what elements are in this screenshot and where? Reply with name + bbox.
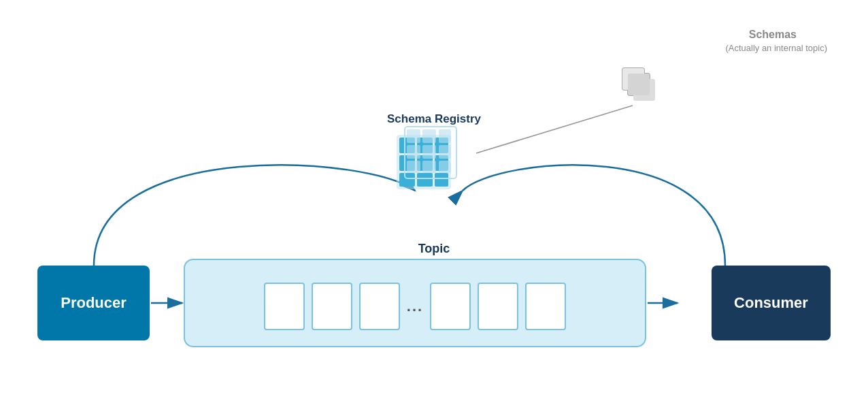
svg-line-4 <box>476 106 633 153</box>
svg-rect-8 <box>435 138 448 153</box>
svg-rect-11 <box>435 155 448 171</box>
svg-rect-29 <box>628 74 650 95</box>
svg-rect-23 <box>422 161 436 173</box>
svg-rect-13 <box>417 173 433 187</box>
svg-rect-7 <box>417 138 433 153</box>
svg-rect-25 <box>622 68 644 90</box>
schemas-title: Schemas <box>749 29 797 41</box>
svg-rect-18 <box>439 129 451 143</box>
svg-rect-21 <box>439 145 451 159</box>
svg-rect-16 <box>407 129 420 143</box>
consumer-box: Consumer <box>712 266 831 340</box>
topic-cells: ... <box>264 283 566 330</box>
svg-rect-6 <box>399 138 415 153</box>
svg-rect-26 <box>628 74 650 95</box>
svg-rect-24 <box>439 161 451 173</box>
consumer-label: Consumer <box>734 294 808 312</box>
svg-rect-15 <box>405 127 456 178</box>
topic-cell-6 <box>525 283 566 330</box>
schema-registry-text: Schema Registry <box>387 112 481 125</box>
topic-cell-5 <box>478 283 518 330</box>
svg-rect-17 <box>422 129 436 143</box>
svg-rect-5 <box>397 135 451 189</box>
svg-rect-10 <box>417 155 433 171</box>
topic-container: ... <box>184 259 646 347</box>
producer-box: Producer <box>37 266 150 340</box>
svg-rect-28 <box>622 68 644 90</box>
svg-rect-27 <box>633 79 655 101</box>
schema-registry-label: Schema Registry <box>387 112 481 126</box>
topic-cell-2 <box>312 283 352 330</box>
topic-dots: ... <box>407 298 423 315</box>
diagram-container: Schema Registry Schemas (Actually an int… <box>0 0 868 399</box>
topic-cell-1 <box>264 283 305 330</box>
svg-rect-19 <box>407 145 420 159</box>
topic-cell-4 <box>430 283 471 330</box>
producer-label: Producer <box>61 294 127 312</box>
svg-rect-12 <box>399 173 415 187</box>
schemas-subtitle: (Actually an internal topic) <box>725 43 827 53</box>
topic-cell-3 <box>359 283 400 330</box>
svg-rect-20 <box>422 145 436 159</box>
svg-rect-14 <box>435 173 448 187</box>
topic-label: Topic <box>418 242 450 256</box>
svg-rect-9 <box>399 155 415 171</box>
svg-rect-22 <box>407 161 420 173</box>
